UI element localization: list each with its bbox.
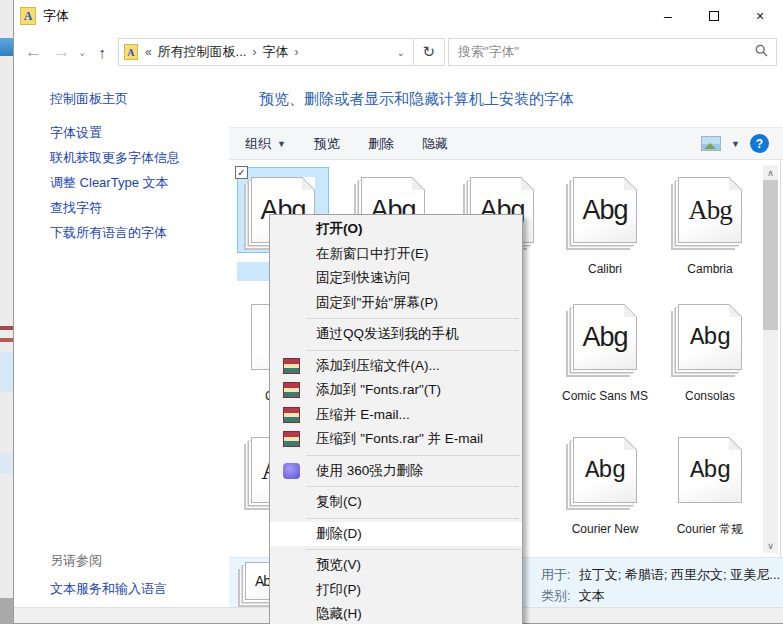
menu-item-360-force-delete[interactable]: 使用 360强力删除: [270, 459, 522, 484]
search-input[interactable]: 搜索"字体": [448, 38, 777, 66]
menu-item-copy[interactable]: 复制(C): [270, 490, 522, 515]
font-label: Consolas: [664, 389, 756, 404]
hide-button[interactable]: 隐藏: [422, 135, 448, 153]
change-view-button[interactable]: [701, 136, 721, 151]
font-glyph: Abg: [688, 195, 732, 226]
menu-separator: [306, 318, 519, 319]
maximize-icon: [709, 11, 719, 21]
maximize-button[interactable]: [691, 0, 737, 32]
font-pages-icon: Abg: [559, 167, 651, 253]
font-glyph: Abg: [582, 322, 627, 353]
font-tile-calibri[interactable]: Abg Calibri: [559, 167, 651, 277]
background-lightblue-block: [0, 452, 13, 474]
menu-label: 使用 360强力删除: [316, 462, 423, 480]
menu-item-add-to-fonts-rar[interactable]: 添加到 "Fonts.rar"(T): [270, 378, 522, 403]
minimize-button[interactable]: –: [645, 0, 691, 32]
preview-button[interactable]: 预览: [314, 135, 340, 153]
nav-arrows: ← → ⌄ ↑: [14, 42, 118, 62]
menu-item-compress-fonts-rar-email[interactable]: 压缩到 "Fonts.rar" 并 E-mail: [270, 427, 522, 452]
search-icon[interactable]: [755, 44, 768, 60]
font-label: Courier 常规: [664, 522, 756, 537]
view-dropdown-icon[interactable]: ▼: [731, 139, 740, 149]
back-button[interactable]: ←: [20, 42, 47, 62]
font-glyph: Abg: [585, 457, 625, 484]
page-title: 预览、删除或者显示和隐藏计算机上安装的字体: [259, 90, 574, 109]
help-button[interactable]: ?: [750, 134, 769, 153]
font-pages-icon: Abg: [664, 294, 756, 380]
font-pages-icon: Abg: [559, 294, 651, 380]
menu-item-qq-send[interactable]: 通过QQ发送到我的手机: [270, 322, 522, 347]
menu-item-print[interactable]: 打印(P): [270, 578, 522, 603]
font-label: Comic Sans MS: [559, 389, 651, 404]
background-bottom-block: [0, 598, 13, 624]
address-bar[interactable]: A « 所有控制面板... › 字体 › ⌄: [118, 38, 414, 66]
background-red-line: [0, 338, 13, 342]
checkbox-checked-icon[interactable]: ✓: [235, 166, 248, 179]
refresh-button[interactable]: ↻: [414, 38, 445, 66]
screen: A 字体 – × ← → ⌄ ↑ A « 所有控制面板... ›: [0, 0, 783, 624]
toolbar-right: ▼ ?: [701, 134, 769, 153]
font-pages-icon: Abg: [559, 427, 651, 513]
font-pages-icon: Abg: [664, 167, 756, 253]
menu-label: 压缩并 E-mail...: [316, 406, 410, 424]
winrar-icon: [283, 382, 300, 398]
menu-item-pin-start[interactable]: 固定到"开始"屏幕(P): [270, 291, 522, 316]
history-dropdown-icon[interactable]: ⌄: [76, 47, 88, 58]
sidebar-item-control-panel-home[interactable]: 控制面板主页: [50, 90, 128, 108]
navigation-bar: ← → ⌄ ↑ A « 所有控制面板... › 字体 › ⌄ ↻ 搜索"字体": [14, 32, 783, 72]
category-value: 文本: [579, 588, 605, 603]
forward-button[interactable]: →: [49, 42, 74, 62]
background-window-sliver: [0, 0, 13, 624]
sidebar-item-find-character[interactable]: 查找字符: [50, 199, 102, 217]
usage-value: 拉丁文; 希腊语; 西里尔文; 亚美尼...: [579, 567, 781, 582]
organize-label: 组织: [245, 135, 271, 153]
background-red-line: [0, 326, 13, 330]
scroll-up-icon[interactable]: ∧: [763, 165, 778, 180]
sidebar: 控制面板主页 字体设置 联机获取更多字体信息 调整 ClearType 文本 查…: [14, 72, 229, 607]
delete-button[interactable]: 删除: [368, 135, 394, 153]
font-tile-courier-new[interactable]: Abg Courier New: [559, 427, 651, 537]
menu-separator: [306, 486, 519, 487]
menu-item-preview[interactable]: 预览(V): [270, 553, 522, 578]
font-category-row: 类别:文本: [541, 585, 780, 606]
font-tile-courier-regular[interactable]: Abg Courier 常规: [664, 427, 756, 537]
address-dropdown-icon[interactable]: ⌄: [389, 47, 413, 58]
menu-separator: [306, 350, 519, 351]
font-glyph: Abg: [690, 324, 730, 351]
menu-item-delete[interactable]: 删除(D): [270, 522, 522, 547]
sidebar-item-font-settings[interactable]: 字体设置: [50, 124, 102, 142]
chevron-down-icon: ▼: [277, 139, 286, 149]
font-details: 用于:拉丁文; 希腊语; 西里尔文; 亚美尼... 类别:文本: [541, 564, 780, 606]
font-label: Courier New: [559, 522, 651, 537]
scroll-down-icon[interactable]: ∨: [763, 538, 778, 553]
scrollbar-thumb[interactable]: [763, 180, 778, 330]
up-button[interactable]: ↑: [90, 44, 114, 61]
font-tile-consolas[interactable]: Abg Consolas: [664, 294, 756, 404]
menu-item-pin-quick-access[interactable]: 固定到快速访问: [270, 266, 522, 291]
window-title: 字体: [43, 7, 69, 25]
menu-item-open[interactable]: 打开(O): [270, 217, 522, 242]
menu-label: 压缩到 "Fonts.rar" 并 E-mail: [316, 430, 483, 448]
breadcrumb-item-control-panel[interactable]: 所有控制面板...: [158, 43, 247, 61]
organize-button[interactable]: 组织 ▼: [245, 135, 286, 153]
breadcrumb: « 所有控制面板... › 字体 ›: [145, 43, 299, 61]
window-controls: – ×: [645, 0, 783, 32]
close-button[interactable]: ×: [737, 0, 783, 32]
breadcrumb-item-fonts[interactable]: 字体: [262, 43, 288, 61]
context-menu: 打开(O) 在新窗口中打开(E) 固定到快速访问 固定到"开始"屏幕(P) 通过…: [269, 214, 523, 624]
winrar-icon: [283, 431, 300, 447]
menu-item-compress-email[interactable]: 压缩并 E-mail...: [270, 403, 522, 428]
sidebar-item-text-services[interactable]: 文本服务和输入语言: [50, 580, 167, 598]
sidebar-item-adjust-cleartype[interactable]: 调整 ClearType 文本: [50, 174, 168, 192]
breadcrumb-prefix: «: [145, 45, 152, 59]
font-tile-cambria[interactable]: Abg Cambria: [664, 167, 756, 277]
font-label: Cambria: [664, 262, 756, 277]
menu-item-hide[interactable]: 隐藏(H): [270, 602, 522, 624]
menu-item-add-to-archive[interactable]: 添加到压缩文件(A)...: [270, 354, 522, 379]
font-tile-comic-sans[interactable]: Abg Comic Sans MS: [559, 294, 651, 404]
vertical-scrollbar[interactable]: ∧ ∨: [763, 165, 778, 553]
sidebar-item-download-all-languages[interactable]: 下载所有语言的字体: [50, 224, 167, 242]
menu-item-open-new-window[interactable]: 在新窗口中打开(E): [270, 242, 522, 267]
sidebar-item-get-fonts-online[interactable]: 联机获取更多字体信息: [50, 149, 180, 167]
menu-separator: [306, 518, 519, 519]
